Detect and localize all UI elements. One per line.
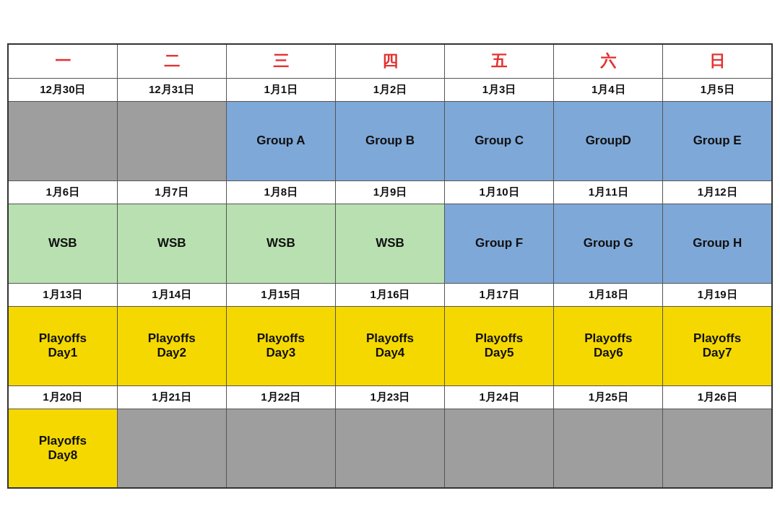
event-label: Playoffs — [39, 331, 87, 345]
event-cell: Group E — [663, 101, 772, 180]
event-cell: Group C — [445, 101, 554, 180]
date-cell: 1月22日 — [226, 385, 335, 409]
event-label: Day2 — [157, 346, 186, 359]
event-cell: GroupD — [554, 101, 663, 180]
date-cell: 1月14日 — [117, 283, 226, 306]
event-label: Day8 — [48, 448, 78, 462]
date-cell: 1月8日 — [226, 180, 335, 204]
event-cell — [445, 409, 554, 488]
date-cell: 12月31日 — [117, 78, 226, 101]
event-label: Day7 — [703, 346, 732, 359]
content-row: Group AGroup BGroup CGroupDGroup E — [8, 101, 772, 180]
event-label: Playoffs — [39, 434, 87, 448]
date-cell: 1月21日 — [117, 385, 226, 409]
event-label: Day6 — [594, 346, 623, 359]
date-cell: 1月9日 — [335, 180, 444, 204]
date-cell: 1月15日 — [226, 283, 335, 306]
event-cell: Group A — [226, 101, 335, 180]
event-label: Playoffs — [148, 331, 196, 345]
date-cell: 1月12日 — [663, 180, 772, 204]
date-cell: 1月20日 — [8, 385, 117, 409]
event-cell: Group H — [663, 204, 772, 283]
event-cell: WSB — [226, 204, 335, 283]
event-cell: PlayoffsDay5 — [445, 306, 554, 385]
date-row: 1月6日1月7日1月8日1月9日1月10日1月11日1月12日 — [8, 180, 772, 204]
event-label: Playoffs — [366, 331, 414, 345]
date-cell: 1月3日 — [445, 78, 554, 101]
event-cell — [226, 409, 335, 488]
event-label: Playoffs — [693, 331, 741, 345]
day-header: 三 — [226, 44, 335, 79]
date-cell: 1月10日 — [445, 180, 554, 204]
event-cell: Group F — [445, 204, 554, 283]
date-cell: 1月24日 — [445, 385, 554, 409]
date-cell: 1月17日 — [445, 283, 554, 306]
event-label: Day4 — [376, 346, 405, 359]
event-cell — [335, 409, 444, 488]
event-cell: PlayoffsDay7 — [663, 306, 772, 385]
date-cell: 1月13日 — [8, 283, 117, 306]
day-header: 一 — [8, 44, 117, 79]
date-cell: 1月19日 — [663, 283, 772, 306]
event-label: Playoffs — [475, 331, 523, 345]
day-header: 四 — [335, 44, 444, 79]
date-cell: 1月25日 — [554, 385, 663, 409]
date-cell: 1月1日 — [226, 78, 335, 101]
date-row: 1月13日1月14日1月15日1月16日1月17日1月18日1月19日 — [8, 283, 772, 306]
date-cell: 1月23日 — [335, 385, 444, 409]
event-label: Day5 — [485, 346, 514, 359]
content-row: PlayoffsDay1PlayoffsDay2PlayoffsDay3Play… — [8, 306, 772, 385]
day-header: 五 — [445, 44, 554, 79]
event-label: Day3 — [266, 346, 296, 359]
content-row: PlayoffsDay8 — [8, 409, 772, 488]
day-header: 日 — [663, 44, 772, 79]
content-row: WSBWSBWSBWSBGroup FGroup GGroup H — [8, 204, 772, 283]
date-cell: 1月2日 — [335, 78, 444, 101]
date-cell: 12月30日 — [8, 78, 117, 101]
date-row: 12月30日12月31日1月1日1月2日1月3日1月4日1月5日 — [8, 78, 772, 101]
calendar-table: 一二三四五六日 12月30日12月31日1月1日1月2日1月3日1月4日1月5日… — [7, 43, 773, 489]
event-cell — [117, 101, 226, 180]
event-cell — [8, 101, 117, 180]
date-cell: 1月6日 — [8, 180, 117, 204]
event-cell — [554, 409, 663, 488]
event-cell: WSB — [8, 204, 117, 283]
header-row: 一二三四五六日 — [8, 44, 772, 79]
event-cell: PlayoffsDay6 — [554, 306, 663, 385]
event-label: Day1 — [48, 346, 78, 359]
event-cell: Group G — [554, 204, 663, 283]
day-header: 二 — [117, 44, 226, 79]
event-label: Playoffs — [257, 331, 305, 345]
date-cell: 1月18日 — [554, 283, 663, 306]
date-cell: 1月7日 — [117, 180, 226, 204]
event-cell: PlayoffsDay4 — [335, 306, 444, 385]
day-header: 六 — [554, 44, 663, 79]
date-cell: 1月16日 — [335, 283, 444, 306]
event-cell: WSB — [117, 204, 226, 283]
date-row: 1月20日1月21日1月22日1月23日1月24日1月25日1月26日 — [8, 385, 772, 409]
event-cell: Group B — [335, 101, 444, 180]
date-cell: 1月4日 — [554, 78, 663, 101]
date-cell: 1月5日 — [663, 78, 772, 101]
event-cell: PlayoffsDay8 — [8, 409, 117, 488]
date-cell: 1月11日 — [554, 180, 663, 204]
event-cell: PlayoffsDay1 — [8, 306, 117, 385]
event-cell: WSB — [335, 204, 444, 283]
event-cell: PlayoffsDay3 — [226, 306, 335, 385]
date-cell: 1月26日 — [663, 385, 772, 409]
event-cell: PlayoffsDay2 — [117, 306, 226, 385]
event-label: Playoffs — [584, 331, 632, 345]
event-cell — [117, 409, 226, 488]
calendar-wrapper: 一二三四五六日 12月30日12月31日1月1日1月2日1月3日1月4日1月5日… — [0, 36, 780, 497]
event-cell — [663, 409, 772, 488]
